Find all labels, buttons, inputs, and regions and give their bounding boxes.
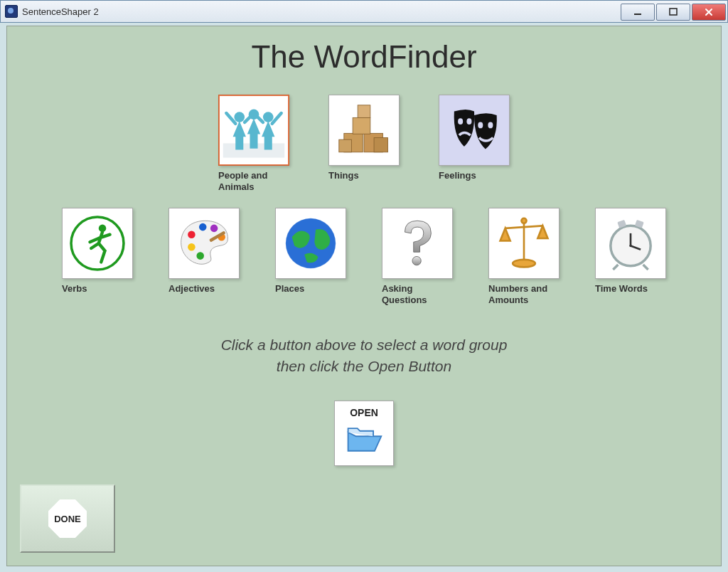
people-animals-tile	[218, 95, 289, 166]
numbers-tile	[488, 208, 560, 279]
done-button-label: DONE	[54, 514, 81, 524]
category-verbs[interactable]: Verbs	[62, 208, 133, 307]
svg-point-22	[210, 224, 218, 232]
category-numbers-amounts[interactable]: Numbers and Amounts	[488, 208, 560, 307]
category-label: Adjectives	[168, 283, 240, 295]
svg-point-20	[196, 252, 204, 260]
things-tile	[328, 95, 400, 166]
app-window: SentenceShaper 2 The WordFinder	[0, 0, 728, 572]
maximize-button[interactable]	[656, 4, 690, 21]
client-area: The WordFinder	[6, 26, 722, 566]
instruction-line-1: Click a button above to select a word gr…	[7, 334, 721, 356]
svg-point-3	[234, 112, 245, 122]
close-button[interactable]	[692, 4, 726, 21]
svg-point-15	[488, 122, 493, 129]
window-title: SentenceShaper 2	[22, 6, 99, 17]
app-icon	[5, 5, 18, 18]
svg-line-29	[505, 226, 543, 228]
category-label: Places	[275, 283, 346, 295]
category-label: Numbers and Amounts	[488, 283, 560, 307]
clock-icon	[599, 212, 662, 275]
category-row-2: Verbs Adjectives	[62, 208, 666, 307]
instruction-line-2: then click the Open Button	[7, 356, 721, 377]
svg-rect-10	[339, 139, 352, 152]
svg-rect-1	[670, 9, 677, 15]
category-feelings[interactable]: Feelings	[439, 95, 510, 194]
svg-point-14	[478, 122, 483, 129]
category-asking-questions[interactable]: Asking Questions	[382, 208, 453, 307]
svg-point-21	[199, 223, 207, 231]
category-label: Feelings	[439, 170, 510, 181]
category-places[interactable]: Places	[275, 208, 346, 307]
minimize-icon	[633, 8, 642, 16]
svg-rect-9	[358, 105, 370, 118]
runner-icon	[66, 212, 129, 275]
category-grid: People and Animals	[7, 80, 721, 306]
category-people-animals[interactable]: People and Animals	[218, 95, 289, 194]
scales-icon	[493, 212, 555, 275]
boxes-icon	[333, 99, 395, 161]
svg-point-5	[263, 112, 274, 122]
question-icon	[386, 212, 449, 275]
verbs-tile	[62, 208, 133, 279]
asking-tile	[382, 208, 453, 279]
svg-rect-11	[374, 138, 387, 152]
page-title: The WordFinder	[7, 39, 721, 75]
category-label: Verbs	[62, 283, 133, 295]
title-bar-left: SentenceShaper 2	[5, 5, 99, 18]
folder-open-icon	[344, 423, 384, 455]
svg-rect-0	[634, 14, 641, 15]
svg-rect-8	[353, 117, 370, 134]
category-label: Time Words	[595, 283, 666, 295]
palette-icon	[173, 212, 235, 275]
maximize-icon	[669, 8, 678, 16]
category-adjectives[interactable]: Adjectives	[168, 208, 240, 307]
time-tile	[595, 208, 666, 279]
category-label: Asking Questions	[382, 283, 453, 307]
masks-icon	[443, 99, 505, 161]
open-button[interactable]: OPEN	[334, 401, 394, 466]
places-tile	[275, 208, 346, 279]
people-icon	[221, 97, 287, 163]
close-icon	[705, 8, 713, 16]
svg-point-31	[521, 218, 526, 223]
done-button[interactable]: DONE	[20, 484, 115, 553]
minimize-button[interactable]	[621, 4, 655, 21]
category-label: Things	[328, 170, 400, 181]
category-row-1: People and Animals	[218, 95, 510, 194]
category-time-words[interactable]: Time Words	[595, 208, 666, 307]
window-controls	[621, 2, 727, 21]
svg-point-30	[513, 259, 535, 267]
svg-point-12	[458, 118, 463, 125]
svg-point-13	[466, 118, 471, 125]
svg-point-18	[188, 231, 196, 238]
instructions: Click a button above to select a word gr…	[7, 334, 721, 378]
stop-sign-icon: DONE	[48, 499, 87, 538]
adjectives-tile	[168, 208, 240, 279]
svg-point-27	[412, 256, 421, 265]
category-label: People and Animals	[218, 170, 289, 194]
svg-point-19	[188, 243, 196, 251]
globe-icon	[279, 212, 342, 275]
open-button-label: OPEN	[350, 407, 378, 418]
title-bar: SentenceShaper 2	[0, 0, 728, 23]
feelings-tile	[439, 95, 510, 166]
category-things[interactable]: Things	[328, 95, 400, 194]
